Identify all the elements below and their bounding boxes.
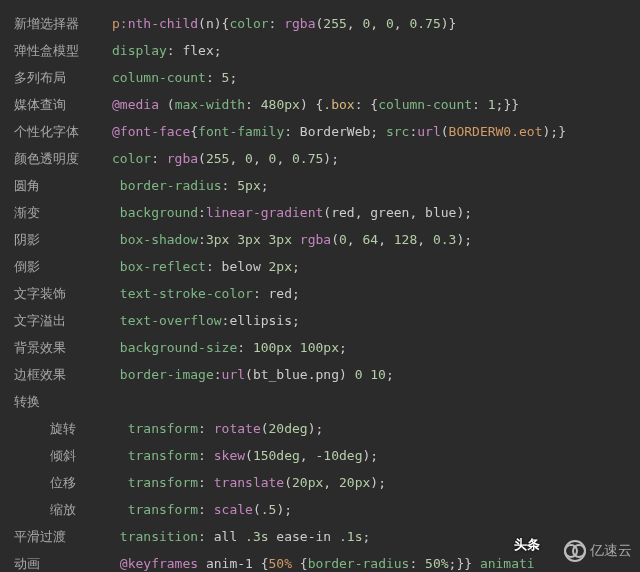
yisu-watermark: 亿速云 bbox=[564, 540, 632, 562]
line-code: color: rgba(255, 0, 0, 0.75); bbox=[112, 145, 339, 172]
line-code: transform: scale(.5); bbox=[112, 496, 292, 523]
toutiao-watermark: 头条 bbox=[514, 536, 540, 554]
line-label: 文字溢出 bbox=[14, 307, 112, 334]
line-label: 倒影 bbox=[14, 253, 112, 280]
code-line: 圆角 border-radius: 5px; bbox=[14, 172, 640, 199]
line-code: box-reflect: below 2px; bbox=[112, 253, 300, 280]
line-label: 圆角 bbox=[14, 172, 112, 199]
line-label: 阴影 bbox=[14, 226, 112, 253]
line-label: 弹性盒模型 bbox=[14, 37, 112, 64]
code-line: 旋转 transform: rotate(20deg); bbox=[14, 415, 640, 442]
line-label: 动画 bbox=[14, 550, 112, 572]
line-label: 平滑过渡 bbox=[14, 523, 112, 550]
line-code: @keyframes anim-1 {50% {border-radius: 5… bbox=[112, 550, 535, 572]
code-line: 多列布局column-count: 5; bbox=[14, 64, 640, 91]
line-code: @media (max-width: 480px) {.box: {column… bbox=[112, 91, 519, 118]
code-line: 文字溢出 text-overflow:ellipsis; bbox=[14, 307, 640, 334]
code-line: 个性化字体@font-face{font-family: BorderWeb; … bbox=[14, 118, 640, 145]
code-line: 新增选择器p:nth-child(n){color: rgba(255, 0, … bbox=[14, 10, 640, 37]
line-code: background-size: 100px 100px; bbox=[112, 334, 347, 361]
yisu-logo-icon bbox=[564, 540, 586, 562]
code-line: 倾斜 transform: skew(150deg, -10deg); bbox=[14, 442, 640, 469]
code-line: 文字装饰 text-stroke-color: red; bbox=[14, 280, 640, 307]
line-label: 新增选择器 bbox=[14, 10, 112, 37]
line-code: box-shadow:3px 3px 3px rgba(0, 64, 128, … bbox=[112, 226, 472, 253]
code-line: 弹性盒模型display: flex; bbox=[14, 37, 640, 64]
line-label: 个性化字体 bbox=[14, 118, 112, 145]
line-label: 倾斜 bbox=[14, 442, 112, 469]
code-line: 阴影 box-shadow:3px 3px 3px rgba(0, 64, 12… bbox=[14, 226, 640, 253]
code-line: 渐变 background:linear-gradient(red, green… bbox=[14, 199, 640, 226]
line-label: 背景效果 bbox=[14, 334, 112, 361]
line-label: 边框效果 bbox=[14, 361, 112, 388]
line-code: text-stroke-color: red; bbox=[112, 280, 300, 307]
code-line: 倒影 box-reflect: below 2px; bbox=[14, 253, 640, 280]
code-line: 转换 bbox=[14, 388, 640, 415]
line-code: transform: rotate(20deg); bbox=[112, 415, 323, 442]
code-line: 颜色透明度color: rgba(255, 0, 0, 0.75); bbox=[14, 145, 640, 172]
line-label: 位移 bbox=[14, 469, 112, 496]
code-line: 媒体查询@media (max-width: 480px) {.box: {co… bbox=[14, 91, 640, 118]
line-code: border-radius: 5px; bbox=[112, 172, 269, 199]
line-code: transform: skew(150deg, -10deg); bbox=[112, 442, 378, 469]
line-code: @font-face{font-family: BorderWeb; src:u… bbox=[112, 118, 566, 145]
line-code: display: flex; bbox=[112, 37, 222, 64]
yisu-watermark-text: 亿速云 bbox=[590, 542, 632, 560]
code-line: 背景效果 background-size: 100px 100px; bbox=[14, 334, 640, 361]
code-line: 平滑过渡 transition: all .3s ease-in .1s; bbox=[14, 523, 640, 550]
code-line: 边框效果 border-image:url(bt_blue.png) 0 10; bbox=[14, 361, 640, 388]
line-label: 媒体查询 bbox=[14, 91, 112, 118]
line-code: transition: all .3s ease-in .1s; bbox=[112, 523, 370, 550]
line-code: border-image:url(bt_blue.png) 0 10; bbox=[112, 361, 394, 388]
line-code: transform: translate(20px, 20px); bbox=[112, 469, 386, 496]
line-label: 缩放 bbox=[14, 496, 112, 523]
line-label: 渐变 bbox=[14, 199, 112, 226]
code-line: 缩放 transform: scale(.5); bbox=[14, 496, 640, 523]
code-block: 新增选择器p:nth-child(n){color: rgba(255, 0, … bbox=[0, 0, 640, 572]
code-line: 位移 transform: translate(20px, 20px); bbox=[14, 469, 640, 496]
line-label: 多列布局 bbox=[14, 64, 112, 91]
line-label: 文字装饰 bbox=[14, 280, 112, 307]
line-code: background:linear-gradient(red, green, b… bbox=[112, 199, 472, 226]
line-label: 颜色透明度 bbox=[14, 145, 112, 172]
line-code: text-overflow:ellipsis; bbox=[112, 307, 300, 334]
code-line: 动画 @keyframes anim-1 {50% {border-radius… bbox=[14, 550, 640, 572]
line-label: 旋转 bbox=[14, 415, 112, 442]
line-code: p:nth-child(n){color: rgba(255, 0, 0, 0.… bbox=[112, 10, 456, 37]
line-label: 转换 bbox=[14, 388, 112, 415]
line-code: column-count: 5; bbox=[112, 64, 237, 91]
